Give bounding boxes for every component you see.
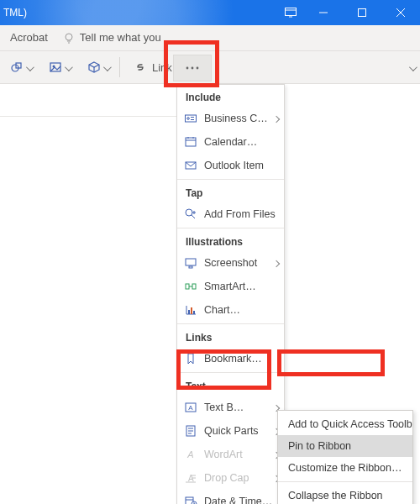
tell-me-search[interactable]: Tell me what you [80, 25, 171, 50]
menu-chart[interactable]: Chart… [177, 298, 284, 322]
menu-drop-cap: A Drop Cap [177, 466, 284, 490]
divider [0, 116, 176, 117]
date-time-icon [184, 495, 197, 504]
text-box-icon: A [184, 401, 197, 414]
ctx-collapse-ribbon[interactable]: Collapse the Ribbon [278, 485, 412, 504]
models-button[interactable] [81, 55, 116, 79]
svg-rect-0 [286, 8, 297, 16]
maximize-icon [357, 8, 367, 18]
close-button[interactable] [381, 0, 420, 25]
drop-cap-icon: A [184, 471, 197, 485]
svg-rect-38 [188, 310, 190, 314]
ribbon-overflow-button[interactable] [173, 55, 212, 81]
bookmark-icon [184, 352, 197, 365]
menu-add-from-files[interactable]: Add From Files [177, 202, 284, 226]
panel-heading-illustrations: Illustrations [177, 230, 284, 251]
svg-text:A: A [188, 404, 193, 412]
collapse-ribbon-chevron[interactable] [409, 61, 415, 74]
svg-point-27 [186, 209, 192, 216]
svg-rect-33 [186, 284, 189, 289]
pictures-icon [49, 60, 62, 74]
ribbon-display-options-button[interactable] [277, 0, 304, 25]
chevron-down-icon [103, 61, 109, 74]
ribbon-display-icon [285, 8, 297, 18]
menu-screenshot[interactable]: Screenshot [177, 251, 284, 275]
tell-me-bulb-icon [63, 32, 75, 44]
wordart-icon: A [184, 448, 197, 461]
outlook-item-icon [184, 159, 197, 172]
cube-icon [87, 60, 101, 74]
menu-business-card[interactable]: Business Card [177, 107, 284, 130]
svg-rect-3 [359, 9, 366, 17]
chart-icon [184, 303, 197, 317]
quick-parts-icon [184, 424, 197, 438]
ribbon-separator [119, 57, 120, 77]
svg-text:A: A [186, 449, 193, 459]
svg-rect-22 [186, 138, 196, 146]
ribbon-context-menu: Add to Quick Access Toolbar Pin to Ribbo… [277, 410, 413, 504]
svg-rect-31 [186, 259, 196, 265]
screenshot-icon [184, 256, 197, 270]
ctx-pin-to-ribbon[interactable]: Pin to Ribbon [278, 435, 412, 457]
svg-point-6 [66, 34, 72, 40]
menu-bookmark[interactable]: Bookmark… [177, 347, 284, 370]
chevron-right-icon [272, 114, 281, 123]
ribbon-tab-strip: Acrobat Tell me what you [0, 25, 420, 51]
shapes-button[interactable] [3, 55, 39, 79]
link-icon [134, 60, 147, 74]
chevron-right-icon [272, 259, 281, 268]
calendar-icon [184, 135, 197, 149]
chevron-down-icon [26, 61, 32, 74]
menu-quick-parts[interactable]: Quick Parts [177, 419, 284, 443]
ribbon-overflow-panel: Include Business Card Calendar… Outlook … [176, 84, 285, 504]
window-title-fragment: TML) [0, 0, 27, 25]
svg-rect-34 [192, 284, 196, 289]
menu-outlook-item[interactable]: Outlook Item [177, 154, 284, 177]
minimize-button[interactable] [304, 0, 343, 25]
panel-heading-text: Text [177, 375, 284, 396]
menu-date-time[interactable]: Date & Time… [177, 490, 284, 504]
svg-line-28 [192, 215, 195, 218]
link-label: Link [152, 61, 172, 74]
chevron-down-icon [65, 61, 71, 74]
menu-separator [278, 481, 412, 482]
minimize-icon [318, 8, 328, 18]
svg-point-15 [186, 67, 189, 70]
svg-rect-40 [193, 311, 195, 314]
maximize-button[interactable] [343, 0, 381, 25]
svg-rect-39 [191, 307, 192, 314]
smartart-icon [184, 280, 197, 293]
pictures-button[interactable] [42, 55, 77, 79]
ctx-customize-ribbon[interactable]: Customize the Ribbon… [278, 457, 412, 479]
svg-point-19 [187, 118, 190, 120]
svg-point-16 [192, 67, 194, 70]
menu-smartart[interactable]: SmartArt… [177, 275, 284, 298]
svg-rect-32 [189, 266, 192, 268]
close-icon [396, 8, 406, 18]
svg-point-17 [197, 67, 199, 70]
title-bar: TML) [0, 0, 420, 25]
business-card-icon [184, 112, 197, 125]
link-button[interactable]: Link [127, 55, 179, 79]
tab-acrobat[interactable]: Acrobat [0, 25, 58, 50]
menu-wordart: A WordArt [177, 443, 284, 466]
ctx-add-qat[interactable]: Add to Quick Access Toolbar [278, 413, 412, 435]
message-body-area: Include Business Card Calendar… Outlook … [0, 84, 420, 504]
ellipsis-icon [185, 66, 200, 71]
panel-heading-links: Links [177, 326, 284, 347]
shapes-icon [10, 60, 24, 74]
add-from-files-icon [184, 207, 197, 221]
menu-calendar[interactable]: Calendar… [177, 130, 284, 154]
ribbon-bar: Link [0, 51, 420, 84]
menu-text-box[interactable]: A Text B… [177, 396, 284, 419]
panel-heading-tap: Tap [177, 181, 284, 202]
panel-heading-include: Include [177, 85, 284, 107]
